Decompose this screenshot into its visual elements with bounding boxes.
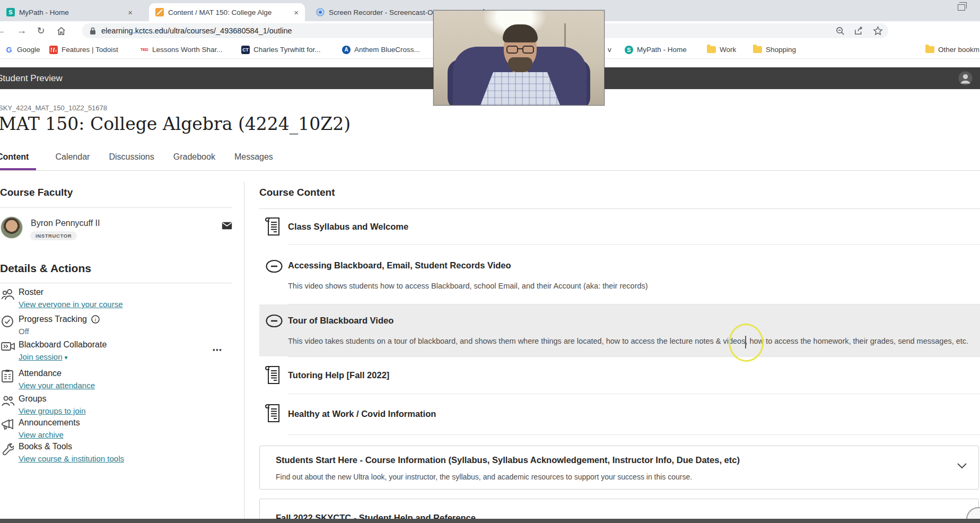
megaphone-icon: [1, 419, 15, 431]
bookmark-charles-tyrwhitt[interactable]: CTCharles Tyrwhitt for...: [241, 40, 321, 59]
sidebar-divider: [244, 181, 244, 519]
groups-link[interactable]: View groups to join: [19, 406, 85, 415]
divider: [288, 356, 980, 357]
divider: [288, 434, 980, 435]
content-item-description: This video shows students how to access …: [288, 282, 648, 290]
check-circle-icon: [1, 315, 14, 328]
progress-tracking-status: Off: [19, 327, 29, 336]
text-cursor: [745, 336, 746, 348]
course-title: MAT 150: College Algebra (4224_10Z2): [0, 114, 351, 134]
recorder-favicon-icon: [316, 8, 325, 16]
folder-students-start-here[interactable]: Students Start Here - Course Information…: [259, 446, 979, 490]
tab-title: Screen Recorder - Screencast-O-: [329, 8, 448, 16]
content-item-title[interactable]: Class Syllabus and Welcome: [288, 222, 408, 232]
folder-title[interactable]: Students Start Here - Course Information…: [276, 455, 740, 465]
svg-text:i: i: [95, 317, 97, 322]
student-preview-label: Student Preview: [0, 73, 63, 84]
person-shirt: [480, 72, 560, 105]
bookmark-google[interactable]: GGoogle: [5, 40, 40, 59]
ct-icon: CT: [241, 46, 250, 54]
other-bookmarks[interactable]: Other bookm: [925, 40, 980, 59]
instructor-avatar[interactable]: [1, 216, 23, 239]
bookmark-anthem[interactable]: AAnthem BlueCross...: [342, 40, 420, 59]
ted-icon: TED: [140, 46, 148, 54]
zoom-out-icon[interactable]: [835, 26, 845, 36]
course-id: SKY_4224_MAT_150_10Z2_51678: [0, 104, 107, 112]
tab-messages[interactable]: Messages: [234, 152, 273, 170]
join-session-link[interactable]: Join session: [19, 352, 63, 361]
screen: MyPath - Home × Content / MAT 150: Colle…: [0, 0, 980, 523]
content-item-description: This video takes students on a tour of b…: [288, 337, 968, 345]
collaborate-overflow-menu[interactable]: ⋯: [212, 344, 223, 356]
browser-tab-mypath[interactable]: MyPath - Home ×: [0, 3, 139, 21]
attendance-link[interactable]: View your attendance: [19, 381, 95, 390]
url-text[interactable]: elearning.kctcs.edu/ultra/courses/_49368…: [101, 27, 292, 35]
mypath-favicon-icon: [6, 8, 15, 16]
info-icon[interactable]: i: [91, 315, 100, 324]
document-icon: [265, 216, 281, 237]
folder-icon: [753, 46, 762, 53]
divider: [288, 244, 980, 245]
window-restore-icon[interactable]: [958, 4, 965, 11]
message-instructor-icon[interactable]: [222, 222, 232, 230]
lock-icon: [90, 27, 96, 35]
tab-close-icon[interactable]: ×: [127, 8, 134, 17]
folder-icon: [707, 46, 716, 53]
anthem-icon: A: [342, 46, 351, 54]
bookmark-cut-label[interactable]: v: [608, 40, 611, 59]
back-icon[interactable]: ←: [0, 21, 8, 40]
content-item-title[interactable]: Tour of Blackboard Video: [288, 316, 393, 326]
groups-people-icon: [1, 395, 15, 407]
video-camera-icon: [1, 341, 15, 352]
tab-calendar[interactable]: Calendar: [55, 152, 90, 170]
roster-link[interactable]: View everyone in your course: [19, 300, 123, 309]
bookmark-todoist[interactable]: Features | Todoist: [49, 40, 118, 59]
reload-icon[interactable]: ↻: [33, 21, 49, 40]
divider: [259, 208, 980, 209]
tab-gradebook[interactable]: Gradebook: [173, 152, 215, 170]
content-item-title[interactable]: Accessing Blackboard, Email, Student Rec…: [288, 260, 511, 271]
person-beard: [508, 57, 532, 72]
instructor-role-badge: INSTRUCTOR: [30, 231, 77, 240]
home-icon[interactable]: [53, 21, 69, 40]
share-icon[interactable]: [854, 26, 864, 36]
bookmark-folder-work[interactable]: Work: [707, 40, 736, 59]
todoist-icon: [49, 46, 58, 54]
content-item-title[interactable]: Healthy at Work / Covid Information: [288, 409, 436, 419]
document-icon: [265, 365, 281, 385]
announcements-link[interactable]: View archive: [19, 430, 64, 439]
person-glasses: [506, 46, 535, 54]
bookmark-folder-shopping[interactable]: Shopping: [753, 40, 796, 59]
content-favicon-icon: [155, 8, 164, 16]
google-icon: G: [5, 46, 13, 54]
forward-icon[interactable]: →: [14, 21, 30, 40]
instructor-name: Byron Pennycuff II: [31, 219, 100, 228]
wrench-icon: [1, 442, 14, 456]
attendance-clipboard-icon: [1, 369, 14, 383]
bookmark-ted[interactable]: TEDLessons Worth Shar...: [140, 40, 223, 59]
books-tools-link[interactable]: View course & institution tools: [19, 454, 124, 463]
tab-content[interactable]: Content: [0, 152, 36, 170]
browser-tab-content-active[interactable]: Content / MAT 150: College Alge ×: [149, 3, 305, 21]
bookmark-star-icon[interactable]: [873, 26, 883, 36]
link-oval-icon: [265, 313, 283, 328]
tab-close-icon[interactable]: ×: [293, 8, 300, 17]
course-tab-bar: Content Calendar Discussions Gradebook M…: [0, 152, 273, 170]
folder-description: Find out about the new Ultra look, your …: [276, 473, 692, 481]
course-faculty-heading: Course Faculty: [0, 187, 73, 198]
person-hair: [503, 24, 538, 42]
bookmark-mypath[interactable]: MyPath - Home: [625, 40, 687, 59]
webcam-overlay: [433, 10, 605, 106]
tab-title: Content / MAT 150: College Alge: [168, 8, 288, 16]
chevron-down-icon[interactable]: [957, 463, 967, 469]
divider: [288, 394, 980, 394]
preview-user-icon[interactable]: [958, 71, 973, 85]
header-divider: [0, 170, 980, 171]
content-item-hover-row[interactable]: [259, 304, 980, 356]
course-content-heading: Course Content: [259, 187, 335, 198]
content-item-title[interactable]: Tutoring Help [Fall 2022]: [288, 370, 389, 380]
tab-discussions[interactable]: Discussions: [109, 152, 154, 170]
mypath-icon: [625, 46, 633, 54]
link-oval-icon: [265, 259, 283, 274]
caret-down-icon[interactable]: ▾: [65, 354, 68, 361]
